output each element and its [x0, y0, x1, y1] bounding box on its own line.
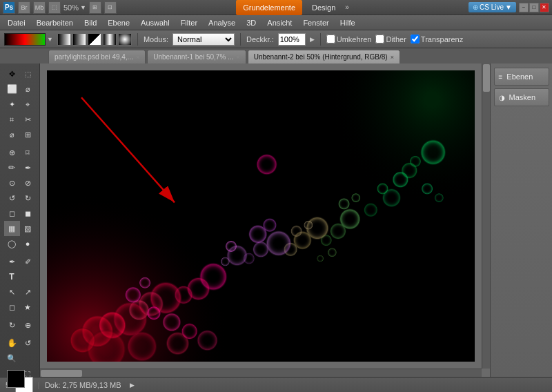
menu-hilfe[interactable]: Hilfe	[335, 17, 360, 28]
umkehren-checkbox[interactable]	[326, 35, 335, 43]
pen-tool[interactable]: ✒	[4, 254, 20, 269]
rotate-view-tool[interactable]: ↺	[20, 335, 36, 351]
tab-0[interactable]: partylights.psd bei 49,4,...×	[48, 50, 146, 63]
restore-btn[interactable]: □	[529, 3, 539, 12]
art-history-tool[interactable]: ↻	[20, 190, 36, 206]
gradient-swatch[interactable]	[4, 33, 46, 46]
vertical-scroll-thumb[interactable]	[483, 64, 490, 92]
lasso-tool[interactable]: ⌀	[20, 81, 36, 97]
artboard-tool[interactable]: ⬚	[20, 66, 36, 81]
canvas-area	[40, 63, 490, 377]
tool-row-13: ✒ ✐	[4, 254, 36, 269]
preset-2[interactable]	[72, 33, 86, 46]
masken-btn[interactable]: ◑ Masken	[494, 88, 549, 106]
sep-3	[320, 33, 321, 46]
swatch-dropdown[interactable]: ▼	[47, 36, 53, 43]
mb-icon[interactable]: Mb	[33, 1, 46, 14]
tab-close-2[interactable]: ×	[391, 54, 394, 61]
dodge-tool[interactable]: ◯	[4, 236, 20, 251]
menu-fenster[interactable]: Fenster	[298, 17, 333, 28]
deckkr-arrow[interactable]: ▶	[310, 36, 315, 43]
ruler-tool[interactable]: ⊞	[20, 127, 36, 142]
type-tool[interactable]: T	[4, 269, 20, 284]
eraser-tool[interactable]: ◻	[4, 206, 20, 221]
menu-ansicht[interactable]: Ansicht	[262, 17, 297, 28]
menu-ebene[interactable]: Ebene	[103, 17, 135, 28]
more-nav-btn[interactable]: »	[345, 3, 349, 11]
rect-select-tool[interactable]: ⬜	[4, 81, 20, 97]
patch-tool[interactable]: ⌑	[20, 145, 36, 160]
slice-tool[interactable]: ✂	[20, 112, 36, 127]
cslive-btn[interactable]: ⊕ CS Live ▼	[469, 2, 516, 12]
preset-3[interactable]	[88, 33, 101, 46]
tool-row-1: ✥ ⬚	[4, 66, 36, 81]
main-layout: ✥ ⬚ ⬜ ⌀ ✦ ⌖ ⌗ ✂ ⌀ ⊞ ⊕ ⌑ ✏ ✒ ⊙ ⊘	[0, 63, 552, 377]
fill-tool[interactable]: ▧	[20, 221, 36, 236]
3d-tool[interactable]: ↻	[4, 317, 20, 333]
preset-4[interactable]	[103, 33, 117, 46]
move-tool[interactable]: ✥	[4, 66, 20, 81]
preset-5[interactable]	[118, 33, 132, 46]
custom-shape-tool[interactable]: ★	[20, 300, 36, 315]
clone-tool[interactable]: ⊙	[4, 175, 20, 190]
tool-row-18: ✋ ↺	[4, 335, 36, 351]
gradient-tool[interactable]: ▦	[4, 221, 20, 236]
bokeh-canvas	[47, 70, 475, 362]
history-tool[interactable]: ↺	[4, 190, 20, 206]
horizontal-scrollbar[interactable]	[40, 369, 482, 377]
tab-close-1[interactable]: ×	[236, 54, 239, 61]
freeform-pen-tool[interactable]: ✐	[20, 254, 36, 269]
modus-select[interactable]: Normal	[172, 33, 235, 46]
vertical-scrollbar[interactable]	[482, 63, 490, 369]
deckkr-input[interactable]	[278, 33, 306, 46]
dither-checkbox[interactable]	[375, 35, 384, 43]
bg-eraser-tool[interactable]: ◼	[20, 206, 36, 221]
type-mask-tool[interactable]	[20, 269, 36, 284]
horizontal-scroll-thumb[interactable]	[41, 370, 82, 377]
masken-label: Masken	[509, 93, 536, 101]
quick-select-tool[interactable]: ⌖	[20, 97, 36, 112]
crop-tool[interactable]: ⌗	[4, 112, 20, 127]
menubar: DateiBearbeitenBildEbeneAuswahlFilterAna…	[0, 15, 552, 30]
br-icon[interactable]: Br	[18, 1, 30, 14]
scroll-right-btn[interactable]: ▶	[130, 382, 135, 389]
transparenz-label[interactable]: Transparenz	[411, 35, 463, 43]
ebenen-btn[interactable]: ≡ Ebenen	[494, 68, 549, 86]
deckkr-label: Deckkr.:	[246, 35, 274, 43]
close-btn[interactable]: ✕	[540, 3, 549, 12]
spot-heal-tool[interactable]: ⊕	[4, 145, 20, 160]
zoom-dropdown-arrow[interactable]: ▼	[80, 4, 86, 11]
menu-bild[interactable]: Bild	[79, 17, 101, 28]
design-btn[interactable]: Design	[305, 0, 342, 15]
menu-filter[interactable]: Filter	[176, 17, 202, 28]
menu-bearbeiten[interactable]: Bearbeiten	[32, 17, 78, 28]
eyedropper-tool[interactable]: ⌀	[4, 127, 20, 142]
zoom-tool[interactable]: 🔍	[4, 351, 20, 366]
hand-tool[interactable]: ✋	[4, 335, 20, 351]
menu-analyse[interactable]: Analyse	[204, 17, 240, 28]
path-select-tool[interactable]: ↖	[4, 284, 20, 300]
umkehren-label[interactable]: Umkehren	[326, 35, 372, 43]
menu-auswahl[interactable]: Auswahl	[136, 17, 175, 28]
tab-1[interactable]: Unbenannt-1 bei 50,7% ...×	[147, 50, 246, 63]
direct-select-tool[interactable]: ↗	[20, 284, 36, 300]
window-controls: − □ ✕	[519, 3, 549, 12]
shape-tool[interactable]: ◻	[4, 300, 20, 315]
fg-color-swatch[interactable]	[7, 370, 25, 388]
menu-datei[interactable]: Datei	[3, 17, 30, 28]
pencil-tool[interactable]: ✒	[20, 160, 36, 175]
tab-2[interactable]: Unbenannt-2 bei 50% (Hintergrund, RGB/8)…	[248, 50, 400, 63]
burn-tool[interactable]: ●	[20, 236, 36, 251]
grundelemente-btn[interactable]: Grundelemente	[236, 0, 302, 15]
3d-pan-tool[interactable]: ⊕	[20, 317, 36, 333]
preset-1[interactable]	[57, 33, 71, 46]
menu-3d[interactable]: 3D	[241, 17, 261, 28]
pattern-tool[interactable]: ⊘	[20, 175, 36, 190]
brush-tool[interactable]: ✏	[4, 160, 20, 175]
dither-label[interactable]: Dither	[375, 35, 406, 43]
cslive-arrow: ▼	[505, 3, 512, 11]
tab-close-0[interactable]: ×	[136, 54, 139, 61]
magic-wand-tool[interactable]: ✦	[4, 97, 20, 112]
transparenz-checkbox[interactable]	[411, 35, 420, 43]
minimize-btn[interactable]: −	[519, 3, 529, 12]
